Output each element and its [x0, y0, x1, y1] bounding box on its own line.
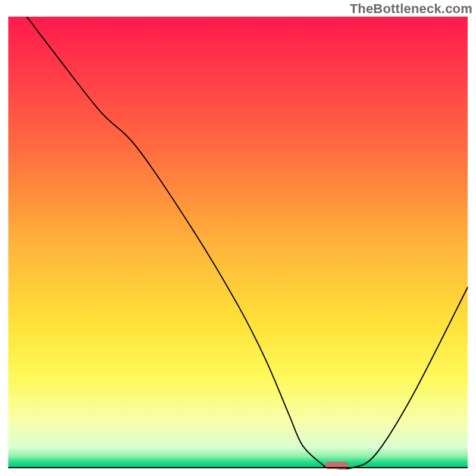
plot-background	[8, 17, 468, 468]
bottleneck-plot	[0, 0, 476, 476]
chart-canvas: TheBottleneck.com	[0, 0, 476, 476]
